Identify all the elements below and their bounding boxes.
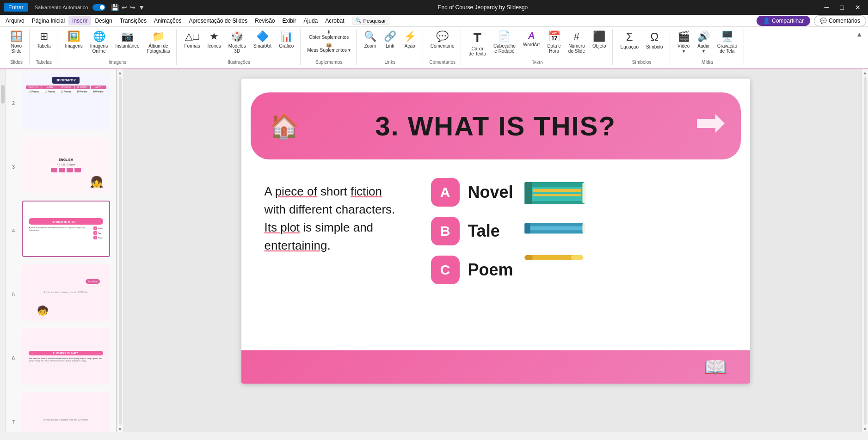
cabecalho-rodape-button[interactable]: 📄 Cabeçalhoe Rodapé (491, 29, 518, 55)
menu-arquivo[interactable]: Arquivo (2, 16, 28, 25)
menu-ajuda[interactable]: Ajuda (300, 16, 322, 25)
minimize-button[interactable]: ─ (821, 3, 833, 12)
slide-header-banner: 🏠 3. WHAT IS THIS? (251, 92, 741, 159)
modelos3d-label: Modelos3D (228, 43, 246, 54)
book-a-image (523, 178, 587, 208)
meus-suplementos-button[interactable]: 📦 Meus Suplementos ▾ (305, 42, 352, 54)
smartart-icon: 🔷 (256, 31, 269, 43)
arrow-right-btn[interactable] (695, 112, 727, 141)
instantaneo-button[interactable]: 📷 Instantâneo (112, 29, 142, 50)
scroll-thumb (119, 77, 122, 425)
maximize-button[interactable]: □ (837, 3, 848, 12)
title-bar-left: Entrar Salvamento Automático 💾 ↩ ↪ ▼ (4, 3, 145, 12)
scroll-down[interactable]: ▼ (118, 427, 123, 432)
objeto-button[interactable]: ⬛ Objeto (590, 29, 609, 50)
novo-slide-button[interactable]: 🪟 NovoSlide (7, 29, 25, 55)
title-bar: Entrar Salvamento Automático 💾 ↩ ↪ ▼ End… (0, 0, 868, 15)
link-button[interactable]: 🔗 Link (381, 29, 399, 50)
formas-button[interactable]: △□ Formas (181, 29, 203, 50)
home-icon-btn[interactable]: 🏠 (269, 112, 299, 140)
share-icon: 👤 (763, 18, 770, 24)
ribbon-group-texto: T Caixade Texto 📄 Cabeçalhoe Rodapé A Wo… (462, 29, 613, 65)
answer-bubble-c[interactable]: C (431, 256, 460, 284)
menu-exibir[interactable]: Exibir (279, 16, 300, 25)
menu-inserir[interactable]: Inserir (68, 16, 91, 25)
entrar-button[interactable]: Entrar (4, 3, 28, 12)
slides-scrollbar[interactable]: ▲ ▼ (117, 69, 123, 432)
gravacao-tela-button[interactable]: 🖥️ Gravaçãode Tela (714, 29, 740, 55)
acao-button[interactable]: ⚡ Ação (401, 29, 419, 50)
slide-3-thumb[interactable]: ENGLISH A B C D... English 👧 (22, 137, 110, 193)
obter-suplementos-button[interactable]: ⬇ Obter Suplementos (305, 29, 352, 41)
thumb3-title: ENGLISH (59, 158, 73, 161)
numero-slide-label: Númerodo Slide (568, 43, 585, 54)
ribbon-collapse-button[interactable]: ▲ (856, 31, 862, 38)
menu-transicoes[interactable]: Transições (116, 16, 150, 25)
comentario-button[interactable]: 💬 Comentário (428, 29, 457, 50)
slide-6-thumb[interactable]: ⌂ 2. WHERE IS SHE? → She went to a place… (22, 328, 110, 385)
imagens-online-button[interactable]: 🌐 ImagensOnline (87, 29, 111, 55)
simbolo-icon: Ω (650, 31, 659, 43)
comments-button[interactable]: 💬 Comentários (814, 15, 866, 26)
acao-label: Ação (405, 43, 415, 49)
undo-icon[interactable]: ↩ (122, 4, 127, 11)
audio-button[interactable]: 🔊 Áudio▾ (695, 29, 713, 55)
simbolo-button[interactable]: Ω Símbolo (643, 29, 666, 51)
answers-column: A Novel B Tale C (431, 173, 513, 284)
main-area: 2 JEOPARDY ENGLISH MATH SCIENCE HISTORY … (0, 69, 868, 432)
menu-revisao[interactable]: Revisão (251, 16, 278, 25)
answer-bubble-b[interactable]: B (431, 217, 460, 245)
slide-4-thumb[interactable]: 3. WHAT IS THIS? → A piece of short fict… (22, 201, 110, 257)
tabela-button[interactable]: ⊞ Tabela (34, 29, 53, 50)
right-scrollbar[interactable]: ▲ ▼ (862, 69, 868, 432)
slide-footer: 📖 (241, 350, 750, 384)
video-button[interactable]: 🎬 Vídeo▾ (675, 29, 693, 55)
album-label: Álbum deFotografias (147, 43, 170, 54)
equacao-button[interactable]: Σ Equação (617, 29, 641, 51)
right-scroll-up[interactable]: ▲ (863, 70, 868, 75)
numero-slide-button[interactable]: # Númerodo Slide (566, 29, 588, 55)
customize-icon[interactable]: ▼ (138, 4, 145, 11)
modelos3d-button[interactable]: 🎲 Modelos3D (226, 29, 249, 55)
save-icon[interactable]: 💾 (111, 4, 119, 11)
menu-apresentacao[interactable]: Apresentação de Slides (185, 16, 251, 25)
thumb3-controls (51, 168, 81, 172)
smartart-button[interactable]: 🔷 SmartArt (251, 29, 274, 50)
menu-pagina-inicial[interactable]: Página Inicial (28, 16, 68, 25)
icones-button[interactable]: ★ Ícones (204, 29, 223, 50)
slides-group-label: Slides (10, 58, 23, 65)
video-label: Vídeo▾ (677, 43, 689, 54)
album-button[interactable]: 📁 Álbum deFotografias (144, 29, 172, 55)
thumb2-title: JEOPARDY (52, 77, 80, 84)
svg-rect-15 (571, 255, 583, 260)
link-label: Link (386, 43, 394, 49)
thumb6-header: ⌂ 2. WHERE IS SHE? → (29, 351, 103, 355)
zoom-button[interactable]: 🔍 Zoom (361, 29, 379, 50)
close-button[interactable]: ✕ (851, 3, 864, 12)
wordart-button[interactable]: A WordArt (520, 29, 543, 49)
redo-icon[interactable]: ↪ (130, 4, 135, 11)
share-button[interactable]: 👤 Compartilhar (757, 16, 810, 26)
right-scroll-down[interactable]: ▼ (863, 427, 868, 432)
grafico-button[interactable]: 📊 Gráfico (276, 29, 296, 50)
slide-7-thumb[interactable]: If your answer is correct, you win 20 Po… (22, 392, 110, 432)
answer-text-c: Poem (468, 260, 513, 280)
scroll-up[interactable]: ▲ (118, 70, 123, 75)
book-b-image (523, 216, 587, 239)
slide-2-thumb[interactable]: JEOPARDY ENGLISH MATH SCIENCE HISTORY AR… (22, 73, 110, 129)
search-bar[interactable]: 🔍 Pesquisar (352, 17, 389, 24)
toggle-autosave[interactable] (92, 4, 105, 11)
thumb2-row1e: 10 Pontos (91, 90, 106, 93)
comments-label: Comentários (829, 18, 860, 24)
caixa-texto-button[interactable]: T Caixade Texto (466, 29, 489, 58)
menu-acrobat[interactable]: Acrobat (321, 16, 348, 25)
answer-bubble-a[interactable]: A (431, 178, 460, 207)
svg-rect-4 (524, 182, 532, 204)
left-scroll[interactable] (0, 69, 6, 432)
data-hora-button[interactable]: 📅 Data eHora (544, 29, 563, 55)
menu-design[interactable]: Design (91, 16, 116, 25)
tabela-label: Tabela (37, 43, 50, 49)
slide-5-thumb[interactable]: If your answer is correct, you win 10 Po… (22, 264, 110, 321)
imagens-button[interactable]: 🖼️ Imagens (62, 29, 85, 50)
menu-animacoes[interactable]: Animações (150, 16, 185, 25)
